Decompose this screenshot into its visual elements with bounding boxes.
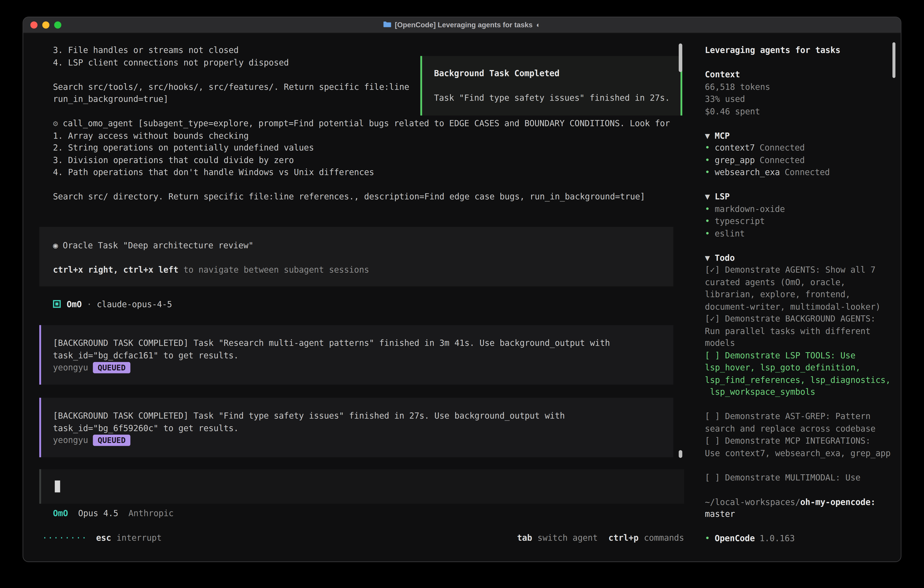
lsp-name: typescript bbox=[714, 216, 765, 226]
mcp-item: •grep_appConnected bbox=[705, 154, 901, 166]
terminal-window: [OpenCode] Leveraging agents for tasks ◐… bbox=[23, 17, 901, 562]
activity-half-circle-icon: ◐ bbox=[536, 21, 540, 29]
folder-icon bbox=[384, 21, 391, 29]
toast-body: Task "Find type safety issues" finished … bbox=[434, 92, 680, 104]
spacer bbox=[705, 520, 901, 532]
spacer bbox=[705, 239, 901, 252]
oracle-title-line: ◉Oracle Task "Deep architecture review" bbox=[53, 239, 673, 252]
message-line: [BACKGROUND TASK COMPLETED] Task "Find t… bbox=[53, 410, 673, 422]
spacer bbox=[705, 483, 901, 496]
lsp-item: •eslint bbox=[705, 227, 901, 239]
session-title: Leveraging agents for tasks bbox=[705, 44, 901, 56]
message-block: [BACKGROUND TASK COMPLETED] Task "Find t… bbox=[40, 398, 673, 457]
toast-title: Background Task Completed bbox=[434, 67, 680, 79]
agent-name: OmO bbox=[67, 299, 82, 309]
todo-item-line: curated agents (OmO, oracle, bbox=[705, 276, 901, 288]
window-title-text: [OpenCode] Leveraging agents for tasks bbox=[395, 21, 533, 29]
main-scrollbar-thumb-bottom[interactable] bbox=[679, 450, 682, 458]
agent-separator: · bbox=[82, 299, 97, 309]
collapse-arrow-icon: ▼ bbox=[705, 131, 710, 140]
todo-item-line: Use context7, websearch_exa, grep_app bbox=[705, 447, 901, 459]
screen: [OpenCode] Leveraging agents for tasks ◐… bbox=[0, 0, 924, 588]
mcp-status: Connected bbox=[760, 143, 805, 152]
lsp-name: eslint bbox=[714, 228, 745, 238]
todo-item-line: document-writer, multimodal-looker) bbox=[705, 301, 901, 313]
terminal-line: 2. String operations on potentially unde… bbox=[53, 142, 670, 154]
todo-item-line: search and replace across codebase bbox=[705, 423, 901, 435]
todo-item-line: [✓] Demonstrate BACKGROUND AGENTS: bbox=[705, 313, 901, 325]
status-bar: ········ esc interrupt tab switch agent … bbox=[42, 532, 684, 544]
main-scrollbar-thumb[interactable] bbox=[679, 43, 682, 72]
minimize-button[interactable] bbox=[42, 21, 50, 28]
sidebar-scrollbar-thumb[interactable] bbox=[893, 42, 895, 78]
todo-item-line: [ ] Demonstrate MCP INTEGRATIONS: bbox=[705, 435, 901, 447]
toast-spacer bbox=[434, 79, 680, 92]
todo-item-line: [ ] Demonstrate AST-GREP: Pattern bbox=[705, 410, 901, 423]
spacer bbox=[705, 459, 901, 471]
terminal-line: Search src/ directory. Return specific f… bbox=[53, 190, 670, 203]
todo-item-line-active: [ ] Demonstrate LSP TOOLS: Use bbox=[705, 349, 901, 362]
lsp-section-header[interactable]: ▼LSP bbox=[705, 190, 901, 203]
text-cursor bbox=[55, 481, 60, 492]
mcp-status: Connected bbox=[785, 167, 830, 177]
mcp-name: websearch_exa bbox=[714, 167, 780, 177]
message-block: [BACKGROUND TASK COMPLETED] Task "Resear… bbox=[40, 325, 673, 385]
workspace-path-prefix: ~/local-workspaces/ bbox=[705, 497, 800, 506]
app-version: 1.0.163 bbox=[760, 533, 795, 543]
workspace-path: ~/local-workspaces/oh-my-opencode: bbox=[705, 496, 901, 508]
oracle-hint-line: ctrl+x right, ctrl+x left to navigate be… bbox=[53, 264, 673, 276]
todo-item-line: models bbox=[705, 337, 901, 349]
lsp-heading: LSP bbox=[714, 192, 729, 201]
message-meta: yeongyuQUEUED bbox=[53, 361, 673, 373]
bullet-icon: • bbox=[705, 143, 710, 152]
context-heading: Context bbox=[705, 68, 901, 81]
sidebar: Leveraging agents for tasks Context 66,5… bbox=[696, 33, 901, 562]
agent-model: claude-opus-4-5 bbox=[97, 299, 172, 309]
todo-item-line-active: lsp_hover, lsp_goto_definition, bbox=[705, 361, 901, 373]
mcp-item: •context7Connected bbox=[705, 142, 901, 154]
notification-toast[interactable]: Background Task Completed Task "Find typ… bbox=[421, 56, 682, 116]
mcp-section-header[interactable]: ▼MCP bbox=[705, 130, 901, 142]
message-line: task_id="bg_6f59260c" to get results. bbox=[53, 422, 673, 434]
bullet-icon: • bbox=[705, 533, 710, 543]
todo-section-header[interactable]: ▼Todo bbox=[705, 251, 901, 264]
todo-item-line-active: lsp_find_references, lsp_diagnostics, bbox=[705, 373, 901, 386]
todo-item-line: [ ] Demonstrate MULTIMODAL: Use bbox=[705, 471, 901, 484]
oracle-spacer bbox=[53, 251, 673, 264]
terminal-line: 3. Division operations that could divide… bbox=[53, 154, 670, 166]
esc-key-label: interrupt bbox=[117, 532, 162, 544]
todo-item-line: librarian, explore, frontend, bbox=[705, 288, 901, 301]
todo-heading: Todo bbox=[714, 253, 734, 263]
lsp-name: markdown-oxide bbox=[714, 204, 785, 213]
terminal-line bbox=[53, 178, 670, 190]
prompt-input[interactable] bbox=[40, 469, 684, 504]
zoom-button[interactable] bbox=[54, 21, 61, 28]
oracle-hint: to navigate between subagent sessions bbox=[178, 265, 369, 274]
bullet-icon: • bbox=[705, 204, 710, 213]
commands-key-label: commands bbox=[644, 532, 684, 544]
context-spent: $0.46 spent bbox=[705, 105, 901, 117]
commands-key-hint: ctrl+p bbox=[609, 532, 639, 544]
terminal-line: 1. Array access without bounds checking bbox=[53, 130, 670, 142]
close-button[interactable] bbox=[30, 21, 38, 28]
terminal-content: 3. File handles or streams not closed 4.… bbox=[23, 33, 901, 562]
oracle-keys: ctrl+x right, ctrl+x left bbox=[53, 265, 178, 274]
esc-key-hint: esc bbox=[96, 532, 111, 544]
fisheye-icon: ◉ bbox=[53, 241, 58, 250]
tab-key-hint: tab bbox=[517, 532, 532, 544]
status-right: tab switch agent ctrl+p commands bbox=[517, 532, 684, 544]
mcp-item: •websearch_exaConnected bbox=[705, 166, 901, 178]
status-badge: QUEUED bbox=[93, 362, 130, 373]
gear-icon: ⚙ bbox=[53, 119, 58, 128]
bullet-icon: • bbox=[705, 155, 710, 165]
mcp-heading: MCP bbox=[714, 131, 729, 140]
chat-viewport[interactable]: 3. File handles or streams not closed 4.… bbox=[23, 33, 696, 562]
message-line: [BACKGROUND TASK COMPLETED] Task "Resear… bbox=[53, 337, 673, 349]
titlebar[interactable]: [OpenCode] Leveraging agents for tasks ◐ bbox=[23, 17, 901, 33]
todo-item-line-active: lsp_workspace_symbols bbox=[705, 386, 901, 398]
message-line: task_id="bg_dcfac161" to get results. bbox=[53, 349, 673, 362]
terminal-line: 3. File handles or streams not closed bbox=[53, 44, 670, 56]
tool-call-text: call_omo_agent [subagent_type=explore, p… bbox=[63, 119, 670, 128]
model-bar: OmOOpus 4.5Anthropic bbox=[53, 507, 174, 520]
context-tokens: 66,518 tokens bbox=[705, 81, 901, 93]
